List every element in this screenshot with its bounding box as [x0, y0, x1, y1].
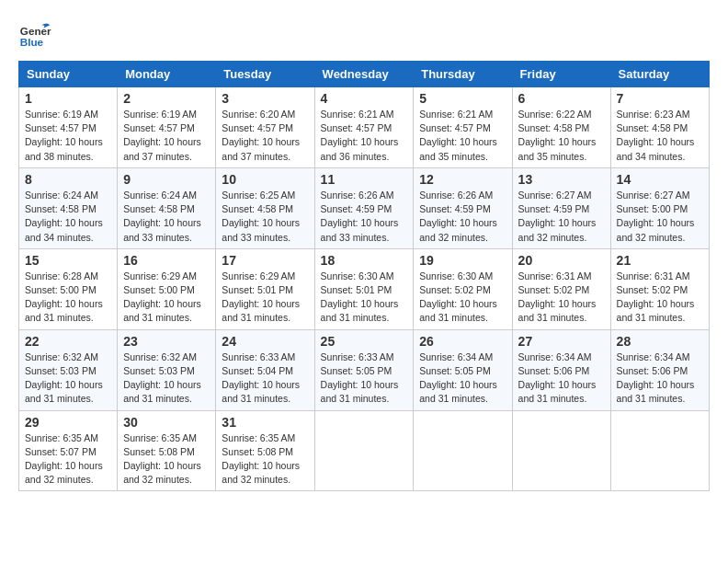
col-header-sunday: Sunday [19, 62, 118, 87]
day-number: 8 [25, 172, 111, 187]
day-info: Sunrise: 6:35 AM Sunset: 5:08 PM Dayligh… [222, 431, 308, 488]
day-info: Sunrise: 6:32 AM Sunset: 5:03 PM Dayligh… [123, 350, 210, 407]
day-info: Sunrise: 6:30 AM Sunset: 5:02 PM Dayligh… [419, 270, 506, 326]
calendar-week-row: 1Sunrise: 6:19 AM Sunset: 4:57 PM Daylig… [19, 87, 710, 168]
day-info: Sunrise: 6:33 AM Sunset: 5:05 PM Dayligh… [321, 350, 408, 407]
day-number: 24 [222, 334, 308, 349]
day-info: Sunrise: 6:34 AM Sunset: 5:06 PM Dayligh… [617, 350, 703, 407]
calendar-cell: 30Sunrise: 6:35 AM Sunset: 5:08 PM Dayli… [118, 410, 216, 491]
calendar-cell: 16Sunrise: 6:29 AM Sunset: 5:00 PM Dayli… [118, 248, 216, 329]
calendar-cell: 9Sunrise: 6:24 AM Sunset: 4:58 PM Daylig… [118, 167, 216, 248]
day-number: 15 [25, 253, 111, 268]
day-info: Sunrise: 6:24 AM Sunset: 4:58 PM Dayligh… [25, 189, 111, 245]
calendar-week-row: 15Sunrise: 6:28 AM Sunset: 5:00 PM Dayli… [19, 248, 710, 329]
day-number: 19 [419, 253, 506, 268]
day-number: 26 [419, 334, 506, 349]
day-info: Sunrise: 6:23 AM Sunset: 4:58 PM Dayligh… [617, 108, 703, 164]
calendar-cell: 14Sunrise: 6:27 AM Sunset: 5:00 PM Dayli… [610, 167, 709, 248]
day-number: 22 [25, 334, 111, 349]
calendar-cell: 10Sunrise: 6:25 AM Sunset: 4:58 PM Dayli… [216, 167, 314, 248]
day-info: Sunrise: 6:34 AM Sunset: 5:05 PM Dayligh… [419, 350, 506, 407]
col-header-monday: Monday [118, 62, 216, 87]
logo: General Blue [18, 18, 57, 52]
day-info: Sunrise: 6:21 AM Sunset: 4:57 PM Dayligh… [321, 108, 408, 164]
page-header: General Blue [18, 18, 710, 52]
day-info: Sunrise: 6:20 AM Sunset: 4:57 PM Dayligh… [222, 108, 308, 164]
day-number: 10 [222, 172, 308, 187]
day-number: 13 [518, 172, 605, 187]
day-info: Sunrise: 6:25 AM Sunset: 4:58 PM Dayligh… [222, 189, 308, 245]
day-info: Sunrise: 6:22 AM Sunset: 4:58 PM Dayligh… [518, 108, 605, 164]
day-info: Sunrise: 6:19 AM Sunset: 4:57 PM Dayligh… [123, 108, 210, 164]
calendar-cell: 21Sunrise: 6:31 AM Sunset: 5:02 PM Dayli… [610, 248, 709, 329]
calendar-cell: 25Sunrise: 6:33 AM Sunset: 5:05 PM Dayli… [314, 329, 414, 410]
day-info: Sunrise: 6:28 AM Sunset: 5:00 PM Dayligh… [25, 270, 111, 326]
calendar-cell: 7Sunrise: 6:23 AM Sunset: 4:58 PM Daylig… [610, 87, 709, 168]
col-header-tuesday: Tuesday [216, 62, 314, 87]
day-number: 14 [617, 172, 703, 187]
day-info: Sunrise: 6:35 AM Sunset: 5:07 PM Dayligh… [25, 431, 111, 488]
day-info: Sunrise: 6:26 AM Sunset: 4:59 PM Dayligh… [321, 189, 408, 245]
calendar-cell [314, 410, 414, 491]
day-info: Sunrise: 6:29 AM Sunset: 5:01 PM Dayligh… [222, 270, 308, 326]
day-number: 28 [617, 334, 703, 349]
calendar-cell: 27Sunrise: 6:34 AM Sunset: 5:06 PM Dayli… [512, 329, 610, 410]
day-number: 31 [222, 415, 308, 430]
col-header-thursday: Thursday [414, 62, 512, 87]
day-info: Sunrise: 6:19 AM Sunset: 4:57 PM Dayligh… [25, 108, 111, 164]
calendar-cell: 6Sunrise: 6:22 AM Sunset: 4:58 PM Daylig… [512, 87, 610, 168]
logo-icon: General Blue [18, 18, 51, 52]
calendar-cell: 4Sunrise: 6:21 AM Sunset: 4:57 PM Daylig… [314, 87, 414, 168]
calendar-cell: 15Sunrise: 6:28 AM Sunset: 5:00 PM Dayli… [19, 248, 118, 329]
day-number: 27 [518, 334, 605, 349]
day-info: Sunrise: 6:27 AM Sunset: 5:00 PM Dayligh… [617, 189, 703, 245]
calendar-cell: 22Sunrise: 6:32 AM Sunset: 5:03 PM Dayli… [19, 329, 118, 410]
col-header-wednesday: Wednesday [314, 62, 414, 87]
day-number: 16 [123, 253, 210, 268]
calendar-cell [414, 410, 512, 491]
calendar-week-row: 22Sunrise: 6:32 AM Sunset: 5:03 PM Dayli… [19, 329, 710, 410]
day-number: 9 [123, 172, 210, 187]
calendar-week-row: 29Sunrise: 6:35 AM Sunset: 5:07 PM Dayli… [19, 410, 710, 491]
day-number: 20 [518, 253, 605, 268]
calendar-cell: 1Sunrise: 6:19 AM Sunset: 4:57 PM Daylig… [19, 87, 118, 168]
day-number: 23 [123, 334, 210, 349]
day-info: Sunrise: 6:26 AM Sunset: 4:59 PM Dayligh… [419, 189, 506, 245]
day-info: Sunrise: 6:34 AM Sunset: 5:06 PM Dayligh… [518, 350, 605, 407]
calendar-cell: 3Sunrise: 6:20 AM Sunset: 4:57 PM Daylig… [216, 87, 314, 168]
calendar-cell: 24Sunrise: 6:33 AM Sunset: 5:04 PM Dayli… [216, 329, 314, 410]
day-number: 25 [321, 334, 408, 349]
calendar-week-row: 8Sunrise: 6:24 AM Sunset: 4:58 PM Daylig… [19, 167, 710, 248]
day-number: 18 [321, 253, 408, 268]
calendar-cell: 11Sunrise: 6:26 AM Sunset: 4:59 PM Dayli… [314, 167, 414, 248]
calendar-cell: 8Sunrise: 6:24 AM Sunset: 4:58 PM Daylig… [19, 167, 118, 248]
calendar-cell: 20Sunrise: 6:31 AM Sunset: 5:02 PM Dayli… [512, 248, 610, 329]
day-info: Sunrise: 6:32 AM Sunset: 5:03 PM Dayligh… [25, 350, 111, 407]
calendar-cell: 17Sunrise: 6:29 AM Sunset: 5:01 PM Dayli… [216, 248, 314, 329]
day-number: 29 [25, 415, 111, 430]
day-number: 11 [321, 172, 408, 187]
day-number: 30 [123, 415, 210, 430]
day-number: 6 [518, 91, 605, 106]
col-header-saturday: Saturday [610, 62, 709, 87]
calendar-cell [610, 410, 709, 491]
day-info: Sunrise: 6:21 AM Sunset: 4:57 PM Dayligh… [419, 108, 506, 164]
calendar-header-row: SundayMondayTuesdayWednesdayThursdayFrid… [19, 62, 710, 87]
day-number: 4 [321, 91, 408, 106]
day-info: Sunrise: 6:29 AM Sunset: 5:00 PM Dayligh… [123, 270, 210, 326]
calendar-cell [512, 410, 610, 491]
calendar-cell: 28Sunrise: 6:34 AM Sunset: 5:06 PM Dayli… [610, 329, 709, 410]
calendar-cell: 5Sunrise: 6:21 AM Sunset: 4:57 PM Daylig… [414, 87, 512, 168]
day-info: Sunrise: 6:30 AM Sunset: 5:01 PM Dayligh… [321, 270, 408, 326]
calendar-cell: 12Sunrise: 6:26 AM Sunset: 4:59 PM Dayli… [414, 167, 512, 248]
day-number: 17 [222, 253, 308, 268]
calendar-table: SundayMondayTuesdayWednesdayThursdayFrid… [18, 61, 710, 491]
day-number: 1 [25, 91, 111, 106]
calendar-cell: 2Sunrise: 6:19 AM Sunset: 4:57 PM Daylig… [118, 87, 216, 168]
calendar-cell: 13Sunrise: 6:27 AM Sunset: 4:59 PM Dayli… [512, 167, 610, 248]
day-number: 12 [419, 172, 506, 187]
calendar-cell: 23Sunrise: 6:32 AM Sunset: 5:03 PM Dayli… [118, 329, 216, 410]
calendar-cell: 26Sunrise: 6:34 AM Sunset: 5:05 PM Dayli… [414, 329, 512, 410]
day-number: 3 [222, 91, 308, 106]
day-info: Sunrise: 6:31 AM Sunset: 5:02 PM Dayligh… [518, 270, 605, 326]
